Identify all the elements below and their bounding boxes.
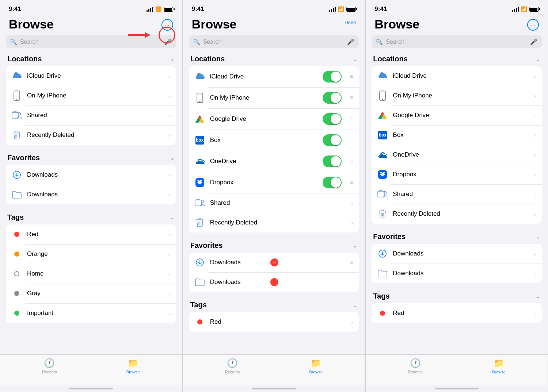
list-item-dl1[interactable]: Downloads ›: [372, 244, 542, 264]
tab-bar: 🕐 Recents 📁 Browse: [183, 354, 365, 385]
list-item-gray[interactable]: Gray ›: [6, 284, 176, 303]
item-label-iphone: On My iPhone: [27, 92, 163, 99]
list-item-dropbox[interactable]: Dropbox ›: [372, 165, 542, 184]
toggle-icloud[interactable]: [323, 71, 342, 82]
item-label-shared: Shared: [210, 199, 346, 207]
icon-dl2: [12, 189, 22, 200]
section-header-favorites3[interactable]: Favorites ⌄: [372, 230, 542, 244]
header: Browse ···: [366, 16, 548, 34]
section-tags3: Tags ⌄ Red ›: [372, 289, 542, 323]
list-item-iphone[interactable]: On My iPhone ›: [6, 86, 176, 105]
drag-handle: ≡: [350, 137, 353, 143]
search-bar[interactable]: 🔍 Search 🎤: [372, 35, 542, 48]
browse-title: Browse: [9, 18, 54, 31]
scroll-content: Locations ⌄ iCloud Drive ≡ On My iPhon: [183, 52, 365, 354]
ellipsis-button[interactable]: ···: [527, 19, 539, 31]
section-header-locations2[interactable]: Locations ⌄: [189, 52, 359, 66]
icon-important: [12, 308, 22, 318]
delete-button-dl1[interactable]: [270, 258, 278, 266]
list-item-icloud[interactable]: iCloud Drive ≡: [189, 66, 359, 87]
list-item-orange[interactable]: Orange ›: [6, 244, 176, 264]
search-bar[interactable]: 🔍 Search 🎤: [189, 35, 359, 48]
list-item-shared[interactable]: Shared ›: [6, 105, 176, 125]
list-item-dl1[interactable]: Downloads ≡: [189, 253, 359, 272]
section-title: Tags: [373, 292, 389, 300]
search-icon: 🔍: [376, 39, 383, 45]
tab-recents[interactable]: 🕐 Recents: [408, 358, 423, 374]
wifi-icon: 📶: [155, 6, 161, 12]
scroll-content: Locations ⌄ iCloud Drive › On My iPhone …: [0, 52, 182, 354]
item-label-dl1: Downloads: [393, 250, 529, 257]
tab-browse[interactable]: 📁 Browse: [492, 358, 506, 374]
list-card: Red ›: [189, 312, 359, 332]
list-item-onedrive[interactable]: OneDrive ≡: [189, 151, 359, 172]
list-item-deleted[interactable]: Recently Deleted ›: [6, 125, 176, 145]
tab-label-recents: Recents: [42, 370, 57, 374]
toggle-iphone[interactable]: [323, 92, 342, 104]
list-item-dl2[interactable]: Downloads ≡: [189, 272, 359, 292]
toggle-dropbox[interactable]: [323, 177, 342, 188]
section-header-tags3[interactable]: Tags ⌄: [372, 289, 542, 303]
chevron-right-icon: ›: [534, 112, 536, 119]
annotation-arrow: [128, 34, 150, 36]
chevron-down-icon: ⌄: [170, 154, 175, 161]
list-item-deleted[interactable]: Recently Deleted ›: [189, 213, 359, 232]
section-header-locations1[interactable]: Locations ⌄: [6, 52, 176, 66]
icon-iphone: [12, 91, 22, 101]
section-header-favorites2[interactable]: Favorites ⌄: [189, 238, 359, 253]
list-item-dropbox[interactable]: Dropbox ≡: [189, 172, 359, 193]
section-header-tags2[interactable]: Tags ⌄: [189, 298, 359, 312]
battery-icon: [529, 7, 539, 12]
list-item-iphone[interactable]: On My iPhone ≡: [189, 87, 359, 108]
svg-rect-20: [381, 92, 384, 92]
chevron-right-icon: ›: [534, 172, 536, 178]
drag-handle: ≡: [350, 95, 353, 101]
list-card: iCloud Drive ≡ On My iPhone ≡: [189, 66, 359, 232]
list-item-box[interactable]: box Box ›: [372, 125, 542, 145]
toggle-onedrive[interactable]: [323, 155, 342, 167]
chevron-right-icon: ›: [351, 200, 353, 206]
icon-icloud: [377, 71, 388, 81]
list-item-shared[interactable]: Shared ›: [372, 184, 542, 204]
toggle-box[interactable]: [323, 134, 342, 146]
home-indicator: [366, 385, 548, 392]
section-locations3: Locations ⌄ iCloud Drive › On My iPhone …: [372, 52, 542, 224]
list-item-box[interactable]: box Box ≡: [189, 130, 359, 151]
tab-icon-browse: 📁: [494, 358, 505, 368]
section-header-locations3[interactable]: Locations ⌄: [372, 52, 542, 66]
chevron-down-icon: ⌄: [353, 242, 357, 249]
search-bar[interactable]: 🔍 Search 🎤: [6, 35, 176, 48]
list-item-iphone[interactable]: On My iPhone ›: [372, 86, 542, 105]
list-item-red[interactable]: Red ›: [372, 303, 542, 323]
list-item-red[interactable]: Red ›: [6, 224, 176, 244]
list-item-deleted[interactable]: Recently Deleted ›: [372, 204, 542, 224]
list-item-dl2[interactable]: Downloads ›: [6, 185, 176, 204]
list-item-shared[interactable]: Shared ›: [189, 193, 359, 213]
tab-recents[interactable]: 🕐 Recents: [225, 358, 240, 374]
item-label-icloud: iCloud Drive: [393, 72, 529, 80]
delete-button-dl2[interactable]: [270, 278, 278, 286]
list-item-icloud[interactable]: iCloud Drive ›: [6, 66, 176, 86]
list-item-dl2[interactable]: Downloads ›: [372, 264, 542, 283]
list-item-dl1[interactable]: Downloads ›: [6, 165, 176, 185]
toggle-gdrive[interactable]: [323, 113, 342, 125]
list-item-onedrive[interactable]: OneDrive ›: [372, 145, 542, 165]
tab-recents[interactable]: 🕐 Recents: [42, 358, 57, 374]
section-header-favorites1[interactable]: Favorites ⌄: [6, 151, 176, 165]
home-bar: [252, 388, 296, 389]
svg-rect-1: [15, 92, 18, 92]
list-item-gdrive[interactable]: Google Drive ›: [372, 105, 542, 125]
svg-rect-7: [198, 94, 201, 95]
chevron-right-icon: ›: [168, 93, 170, 99]
list-item-icloud[interactable]: iCloud Drive ›: [372, 66, 542, 86]
tab-bar: 🕐 Recents 📁 Browse: [0, 354, 182, 385]
tab-browse[interactable]: 📁 Browse: [309, 358, 323, 374]
done-button[interactable]: Done: [345, 18, 356, 25]
section-header-tags1[interactable]: Tags ⌄: [6, 210, 176, 224]
list-item-home[interactable]: Home ›: [6, 264, 176, 284]
list-item-red[interactable]: Red ›: [189, 312, 359, 332]
list-item-important[interactable]: Important ›: [6, 303, 176, 323]
list-item-gdrive[interactable]: Google Drive ≡: [189, 108, 359, 130]
icon-dl2: [377, 268, 388, 278]
tab-browse[interactable]: 📁 Browse: [126, 358, 140, 374]
